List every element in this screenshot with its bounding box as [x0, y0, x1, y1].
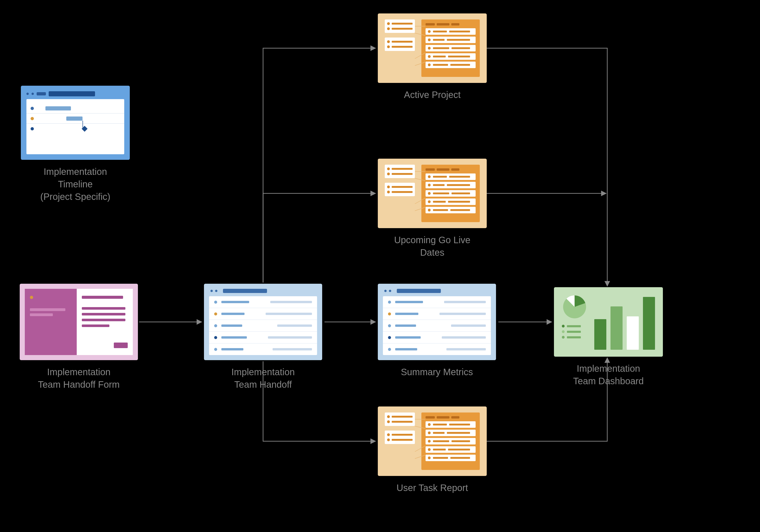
- handoff-form-card-icon: [20, 284, 138, 360]
- active-project-card-icon: [378, 14, 487, 83]
- dashboard-label: ImplementationTeam Dashboard: [573, 362, 644, 387]
- go-live-card-icon: [378, 159, 487, 228]
- active-project-label: Active Project: [404, 88, 461, 101]
- team-handoff-card-icon: [204, 284, 322, 360]
- node-dashboard: ImplementationTeam Dashboard: [554, 287, 663, 387]
- node-summary-metrics: Summary Metrics: [378, 284, 496, 378]
- summary-metrics-label: Summary Metrics: [401, 366, 473, 378]
- dashboard-card-icon: [554, 287, 663, 357]
- node-active-project: Active Project: [378, 14, 487, 101]
- node-timeline: ImplementationTimeline(Project Specific): [21, 86, 130, 203]
- timeline-label: ImplementationTimeline(Project Specific): [40, 165, 110, 203]
- node-user-task: User Task Report: [378, 407, 487, 494]
- node-handoff-form: ImplementationTeam Handoff Form: [20, 284, 138, 391]
- user-task-label: User Task Report: [397, 481, 468, 494]
- team-handoff-label: ImplementationTeam Handoff: [231, 366, 295, 391]
- go-live-label: Upcoming Go LiveDates: [394, 234, 470, 259]
- node-go-live: Upcoming Go LiveDates: [378, 159, 487, 259]
- timeline-card-icon: [21, 86, 130, 160]
- handoff-form-label: ImplementationTeam Handoff Form: [38, 366, 120, 391]
- node-team-handoff: ImplementationTeam Handoff: [204, 284, 322, 391]
- summary-metrics-card-icon: [378, 284, 496, 360]
- user-task-card-icon: [378, 407, 487, 476]
